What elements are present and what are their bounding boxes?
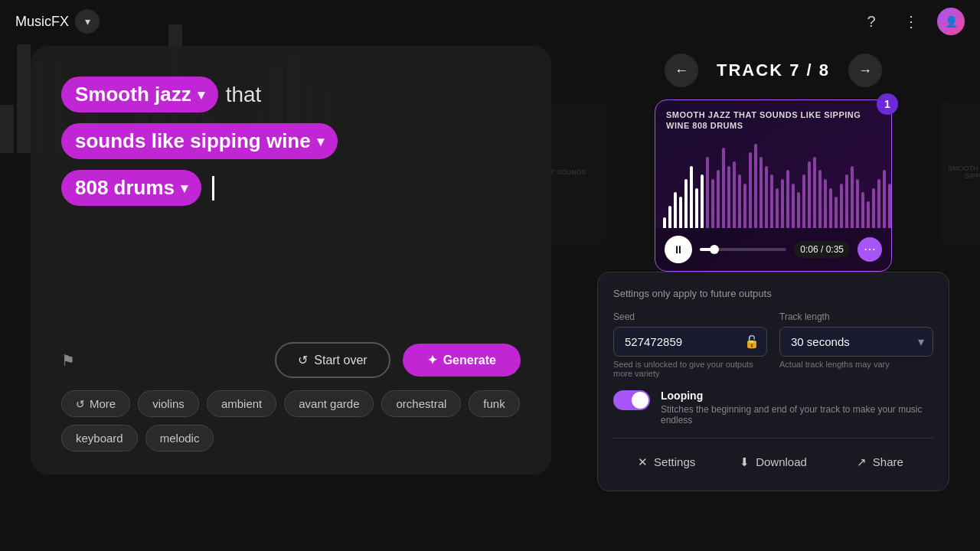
seed-note: Seed is unlocked to give your outputs mo… — [613, 360, 767, 378]
left-arrow-icon: ← — [675, 63, 688, 79]
chevron-down-icon: ▾ — [198, 86, 204, 103]
track-badge: 1 — [877, 93, 898, 115]
looping-row: Looping Stitches the beginning and end o… — [613, 389, 933, 425]
action-row: ⚑ ↺ Start over ✦ Generate — [61, 342, 521, 378]
chip-label: sounds like sipping wine — [75, 129, 311, 153]
looping-label: Looping — [661, 390, 703, 402]
tag-label: More — [90, 397, 116, 410]
tag-label: violins — [152, 397, 185, 410]
right-arrow-icon: → — [858, 63, 872, 79]
more-options-button[interactable]: ⋮ — [897, 8, 925, 35]
tag-chip-ambient[interactable]: ambient — [207, 390, 276, 417]
help-icon: ? — [867, 13, 875, 31]
bottom-actions: ✕ Settings ⬇ Download ↗ Share — [613, 438, 933, 475]
active-track-card-wrapper: 1 SMOOTH JAZZ THAT SOUNDS LIKE SIPPING W… — [655, 99, 892, 272]
start-over-label: Start over — [314, 354, 367, 367]
settings-label: Settings — [654, 455, 695, 468]
pause-button[interactable]: ⏸ — [665, 236, 692, 263]
waveform-visualization — [655, 136, 891, 228]
help-button[interactable]: ? — [858, 8, 885, 35]
ellipsis-icon: ⋮ — [903, 12, 919, 31]
tag-label: orchestral — [396, 397, 446, 410]
track-carousel: T SOUNDS 1 SMOOTH JAZZ THAT SOUNDS LIKE … — [597, 99, 949, 272]
avatar[interactable]: 👤 — [937, 8, 965, 35]
track-length-label: Track length — [779, 311, 933, 322]
progress-fill — [700, 248, 714, 251]
chip-label: 808 drums — [75, 176, 175, 200]
tag-label: ambient — [221, 397, 262, 410]
download-button[interactable]: ⬇ Download — [720, 449, 826, 475]
flag-icon: ⚑ — [61, 352, 75, 369]
tag-chip-funk[interactable]: funk — [469, 390, 519, 417]
pause-icon: ⏸ — [673, 243, 684, 256]
ellipsis-icon: ⋯ — [864, 242, 876, 256]
settings-button[interactable]: ✕ Settings — [613, 449, 720, 475]
track-card-title: SMOOTH JAZZ THAT SOUNDS LIKE SIPPING WIN… — [655, 100, 891, 136]
prompt-chip-wine[interactable]: sounds like sipping wine ▾ — [61, 123, 338, 159]
side-track-card-left: T SOUNDS — [530, 99, 606, 245]
tag-chip-keyboard[interactable]: keyboard — [61, 425, 138, 452]
generate-button[interactable]: ✦ Generate — [403, 344, 521, 377]
track-navigation: ← TRACK 7 / 8 → — [597, 46, 949, 87]
chevron-down-icon: ▾ — [181, 180, 188, 197]
seed-group: Seed 🔓 Seed is unlocked to give your out… — [613, 311, 767, 378]
topbar-left: MusicFX ▾ — [15, 9, 100, 34]
tag-label: melodic — [160, 432, 200, 445]
more-tags-button[interactable]: ↺More — [61, 390, 130, 417]
tag-label: keyboard — [76, 432, 123, 445]
app-menu-button[interactable]: ▾ — [75, 9, 100, 34]
generate-label: Generate — [443, 354, 496, 367]
x-icon: ✕ — [638, 455, 648, 469]
tag-chip-violins[interactable]: violins — [138, 390, 199, 417]
right-panel: ← TRACK 7 / 8 → T SOUNDS 1 SMOOTH JAZZ T… — [597, 46, 949, 491]
chip-label: Smooth jazz — [75, 83, 191, 106]
share-button[interactable]: ↗ Share — [827, 449, 933, 475]
looping-description: Stitches the beginning and end of your t… — [661, 404, 933, 425]
prompt-line-3: 808 drums ▾ — [61, 170, 521, 206]
prompt-area: Smooth jazz ▾ that sounds like sipping w… — [61, 77, 521, 342]
prompt-line-1: Smooth jazz ▾ that — [61, 77, 521, 112]
side-card-left-label: T SOUNDS — [547, 165, 589, 179]
toggle-knob — [632, 392, 648, 409]
prompt-chip-808[interactable]: 808 drums ▾ — [61, 170, 201, 206]
track-length-group: Track length 30 seconds 60 seconds ▾ Act… — [779, 311, 933, 378]
tag-label: funk — [483, 397, 505, 410]
text-cursor — [212, 176, 214, 201]
track-more-options-button[interactable]: ⋯ — [858, 237, 882, 262]
track-length-select-wrapper: 30 seconds 60 seconds ▾ — [779, 327, 933, 357]
bottom-area: ⚑ ↺ Start over ✦ Generate ↺Moreviolinsam… — [61, 342, 521, 452]
settings-row: Seed 🔓 Seed is unlocked to give your out… — [613, 311, 933, 378]
share-icon: ↗ — [857, 455, 867, 469]
side-card-right-label: SMOOTH JAZ LIKE SIPPING — [940, 161, 980, 183]
chevron-down-icon: ▾ — [317, 133, 324, 150]
generate-icon: ✦ — [427, 353, 437, 367]
topbar-right: ? ⋮ 👤 — [858, 8, 965, 35]
settings-panel: Settings only apply to future outputs Se… — [597, 272, 949, 491]
prev-track-button[interactable]: ← — [665, 54, 698, 87]
start-over-button[interactable]: ↺ Start over — [275, 342, 390, 378]
track-length-select[interactable]: 30 seconds 60 seconds — [779, 327, 933, 357]
flag-button[interactable]: ⚑ — [61, 351, 75, 370]
settings-note: Settings only apply to future outputs — [613, 288, 933, 299]
tag-label: avant garde — [299, 397, 359, 410]
side-track-card-right: SMOOTH JAZ LIKE SIPPING — [940, 99, 980, 245]
seed-input-wrapper: 🔓 — [613, 327, 767, 357]
seed-lock-button[interactable]: 🔓 — [744, 334, 760, 349]
progress-handle — [710, 245, 719, 254]
next-track-button[interactable]: → — [848, 54, 882, 87]
refresh-icon: ↺ — [298, 353, 308, 367]
prompt-line-2: sounds like sipping wine ▾ — [61, 123, 521, 159]
refresh-icon: ↺ — [76, 398, 85, 410]
active-track-card: SMOOTH JAZZ THAT SOUNDS LIKE SIPPING WIN… — [655, 99, 892, 272]
prompt-chip-smooth-jazz[interactable]: Smooth jazz ▾ — [61, 77, 218, 112]
tag-chip-orchestral[interactable]: orchestral — [381, 390, 461, 417]
share-label: Share — [873, 455, 903, 468]
tag-chip-avant-garde[interactable]: avant garde — [284, 390, 374, 417]
seed-label: Seed — [613, 311, 767, 322]
left-panel: Smooth jazz ▾ that sounds like sipping w… — [31, 46, 551, 474]
tag-chip-melodic[interactable]: melodic — [145, 425, 214, 452]
progress-bar[interactable] — [700, 248, 786, 251]
download-label: Download — [756, 455, 807, 468]
player-controls: ⏸ 0:06 / 0:35 ⋯ — [655, 228, 891, 271]
looping-toggle[interactable] — [613, 390, 650, 410]
